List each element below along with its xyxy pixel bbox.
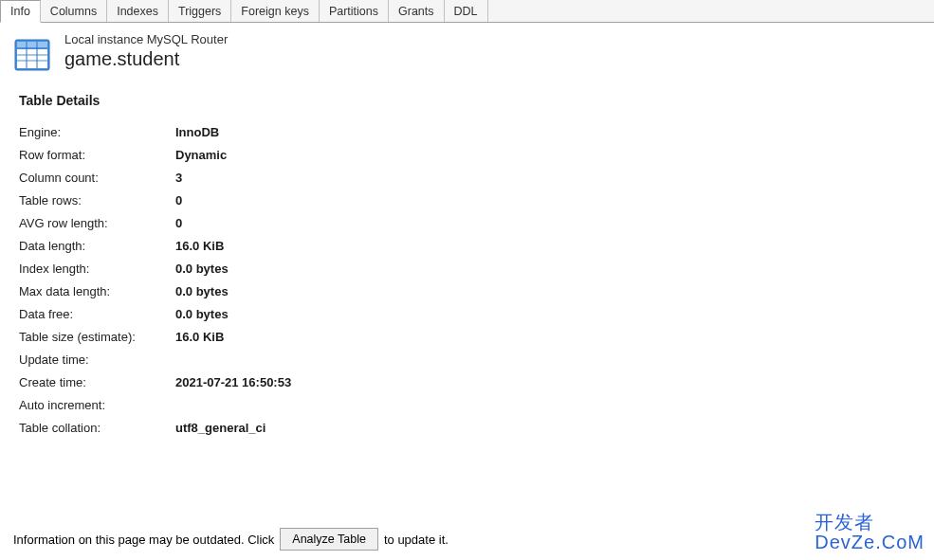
tab-triggers[interactable]: Triggers bbox=[169, 0, 231, 22]
label-data-free: Data free: bbox=[19, 307, 175, 321]
label-data-length: Data length: bbox=[19, 239, 175, 253]
row-update-time: Update time: bbox=[19, 352, 921, 367]
footer-prefix: Information on this page may be outdated… bbox=[13, 533, 274, 547]
value-table-rows: 0 bbox=[175, 193, 182, 208]
row-data-length: Data length: 16.0 KiB bbox=[19, 239, 921, 253]
table-icon bbox=[13, 36, 51, 74]
tab-columns[interactable]: Columns bbox=[41, 0, 107, 22]
row-table-collation: Table collation: utf8_general_ci bbox=[19, 421, 921, 435]
value-create-time: 2021-07-21 16:50:53 bbox=[175, 375, 291, 389]
value-table-collation: utf8_general_ci bbox=[175, 421, 266, 435]
label-column-count: Column count: bbox=[19, 171, 175, 185]
label-index-length: Index length: bbox=[19, 262, 175, 276]
analyze-table-button[interactable]: Analyze Table bbox=[280, 528, 378, 551]
row-max-data-length: Max data length: 0.0 bytes bbox=[19, 284, 921, 298]
value-column-count: 3 bbox=[175, 171, 182, 185]
row-create-time: Create time: 2021-07-21 16:50:53 bbox=[19, 375, 921, 389]
value-engine: InnoDB bbox=[175, 125, 219, 139]
label-update-time: Update time: bbox=[19, 352, 175, 367]
value-row-format: Dynamic bbox=[175, 148, 227, 162]
svg-rect-1 bbox=[17, 42, 47, 47]
row-auto-increment: Auto increment: bbox=[19, 398, 921, 412]
svg-rect-2 bbox=[17, 49, 47, 68]
section-title: Table Details bbox=[19, 93, 921, 108]
label-max-data-length: Max data length: bbox=[19, 284, 175, 298]
label-create-time: Create time: bbox=[19, 375, 175, 389]
row-row-format: Row format: Dynamic bbox=[19, 148, 921, 162]
label-table-collation: Table collation: bbox=[19, 421, 175, 435]
tab-grants[interactable]: Grants bbox=[389, 0, 445, 22]
row-table-rows: Table rows: 0 bbox=[19, 193, 921, 208]
table-name: game.student bbox=[64, 48, 228, 70]
row-column-count: Column count: 3 bbox=[19, 171, 921, 185]
row-data-free: Data free: 0.0 bytes bbox=[19, 307, 921, 321]
connection-label: Local instance MySQL Router bbox=[64, 32, 228, 46]
label-engine: Engine: bbox=[19, 125, 175, 139]
footer-suffix: to update it. bbox=[384, 533, 449, 547]
label-row-format: Row format: bbox=[19, 148, 175, 162]
value-index-length: 0.0 bytes bbox=[175, 262, 229, 276]
value-data-free: 0.0 bytes bbox=[175, 307, 229, 321]
row-engine: Engine: InnoDB bbox=[19, 125, 921, 139]
tab-indexes[interactable]: Indexes bbox=[107, 0, 169, 22]
content-panel: Local instance MySQL Router game.student… bbox=[0, 23, 934, 560]
footer-bar: Information on this page may be outdated… bbox=[13, 528, 449, 551]
tab-info[interactable]: Info bbox=[0, 0, 41, 23]
tab-partitions[interactable]: Partitions bbox=[320, 0, 389, 22]
tab-ddl[interactable]: DDL bbox=[445, 0, 488, 22]
row-table-size: Table size (estimate): 16.0 KiB bbox=[19, 330, 921, 344]
value-avg-row-length: 0 bbox=[175, 216, 182, 230]
value-data-length: 16.0 KiB bbox=[175, 239, 224, 253]
tab-foreign-keys[interactable]: Foreign keys bbox=[231, 0, 320, 22]
value-table-size: 16.0 KiB bbox=[175, 330, 224, 344]
header: Local instance MySQL Router game.student bbox=[13, 32, 921, 74]
row-avg-row-length: AVG row length: 0 bbox=[19, 216, 921, 230]
value-max-data-length: 0.0 bytes bbox=[175, 284, 229, 298]
label-table-size: Table size (estimate): bbox=[19, 330, 175, 344]
label-avg-row-length: AVG row length: bbox=[19, 216, 175, 230]
tab-bar: Info Columns Indexes Triggers Foreign ke… bbox=[0, 0, 934, 23]
row-index-length: Index length: 0.0 bytes bbox=[19, 262, 921, 276]
details-grid: Engine: InnoDB Row format: Dynamic Colum… bbox=[19, 125, 921, 435]
label-auto-increment: Auto increment: bbox=[19, 398, 175, 412]
label-table-rows: Table rows: bbox=[19, 193, 175, 208]
